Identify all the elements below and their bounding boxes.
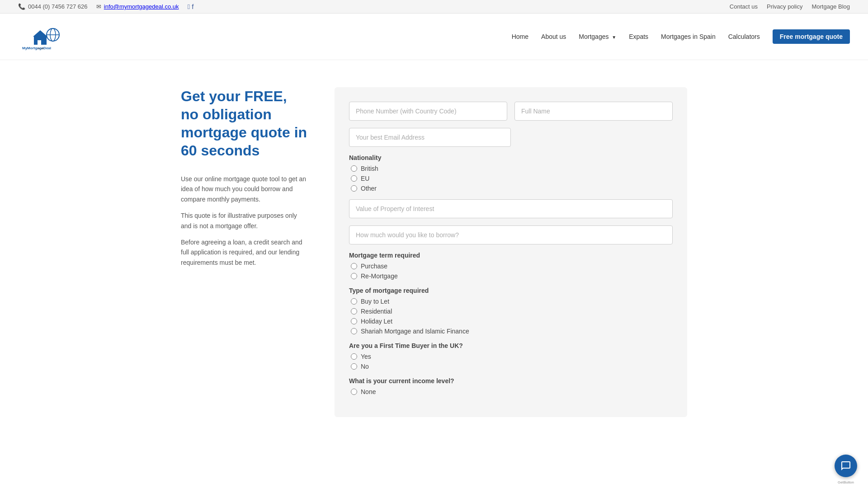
phone-number: 0044 (0) 7456 727 626 <box>28 3 88 10</box>
mortgage-term-label: Mortgage term required <box>349 252 673 259</box>
top-bar-right: Contact us Privacy policy Mortgage Blog <box>730 3 850 10</box>
property-value-input[interactable] <box>349 199 673 218</box>
form-row-1 <box>349 102 673 121</box>
term-remortgage[interactable]: Re-Mortgage <box>351 272 673 280</box>
income-radio-group: None <box>349 388 673 395</box>
mortgage-type-label: Type of mortgage required <box>349 287 673 294</box>
svg-text:.co.uk: .co.uk <box>37 47 44 50</box>
type-buy-to-let[interactable]: Buy to Let <box>351 298 673 305</box>
first-time-yes[interactable]: Yes <box>351 353 673 360</box>
main-nav: Home About us Mortgages ▼ Expats Mortgag… <box>512 29 850 44</box>
privacy-link[interactable]: Privacy policy <box>767 3 802 10</box>
nav-calculators[interactable]: Calculators <box>728 33 760 40</box>
borrow-amount-input[interactable] <box>349 225 673 244</box>
nav-free-quote[interactable]: Free mortgage quote <box>773 29 850 44</box>
income-group: What is your current income level? None <box>349 377 673 395</box>
header: MyMortgageDeal .co.uk Home About us Mort… <box>0 14 868 60</box>
nationality-british[interactable]: British <box>351 165 673 172</box>
type-shariah[interactable]: Shariah Mortgage and Islamic Finance <box>351 328 673 335</box>
type-residential-radio[interactable] <box>351 308 357 314</box>
email-input[interactable] <box>349 128 511 147</box>
mortgages-dropdown-arrow: ▼ <box>612 35 616 40</box>
main-content: Get your FREE, no obligation mortgage qu… <box>163 60 705 444</box>
logo[interactable]: MyMortgageDeal .co.uk <box>18 21 72 52</box>
type-holiday-let[interactable]: Holiday Let <box>351 318 673 325</box>
first-time-no[interactable]: No <box>351 363 673 370</box>
first-time-group: Are you a First Time Buyer in the UK? Ye… <box>349 342 673 370</box>
type-shariah-radio[interactable] <box>351 328 357 334</box>
nationality-british-radio[interactable] <box>351 165 357 172</box>
svg-marker-1 <box>33 30 47 37</box>
mortgage-term-group: Mortgage term required Purchase Re-Mortg… <box>349 252 673 280</box>
top-bar-left: 📞 0044 (0) 7456 727 626 ✉ info@mymortgag… <box>18 3 194 10</box>
term-remortgage-radio[interactable] <box>351 273 357 279</box>
form-panel: Nationality British EU Other <box>335 87 687 417</box>
term-purchase[interactable]: Purchase <box>351 263 673 270</box>
page-heading: Get your FREE, no obligation mortgage qu… <box>181 87 307 160</box>
nationality-radio-group: British EU Other <box>349 165 673 192</box>
first-time-radio-group: Yes No <box>349 353 673 370</box>
nationality-group: Nationality British EU Other <box>349 154 673 192</box>
left-panel: Get your FREE, no obligation mortgage qu… <box>181 87 307 417</box>
phone-icon: 📞 <box>18 3 25 10</box>
nav-expats[interactable]: Expats <box>629 33 648 40</box>
email-link[interactable]: info@mymortgagedeal.co.uk <box>104 3 179 10</box>
mortgage-type-group: Type of mortgage required Buy to Let Res… <box>349 287 673 335</box>
nationality-eu-radio[interactable] <box>351 175 357 182</box>
email-row <box>349 128 673 147</box>
mortgage-term-radio-group: Purchase Re-Mortgage <box>349 263 673 280</box>
income-none[interactable]: None <box>351 388 673 395</box>
phone-input[interactable] <box>349 102 507 121</box>
income-label: What is your current income level? <box>349 377 673 385</box>
blog-link[interactable]: Mortgage Blog <box>811 3 850 10</box>
mortgage-type-radio-group: Buy to Let Residential Holiday Let Shari… <box>349 298 673 335</box>
type-residential[interactable]: Residential <box>351 308 673 315</box>
svg-rect-3 <box>38 40 41 45</box>
logo-area: MyMortgageDeal .co.uk <box>18 21 72 52</box>
fullname-input[interactable] <box>514 102 673 121</box>
paragraph-1: Use our online mortgage quote tool to ge… <box>181 174 307 204</box>
type-holiday-let-radio[interactable] <box>351 318 357 324</box>
term-purchase-radio[interactable] <box>351 263 357 269</box>
nav-mortgages[interactable]: Mortgages ▼ <box>579 33 616 40</box>
nationality-other-radio[interactable] <box>351 185 357 192</box>
income-none-radio[interactable] <box>351 389 357 395</box>
contact-link[interactable]: Contact us <box>730 3 758 10</box>
paragraph-2: This quote is for illustrative purposes … <box>181 211 307 231</box>
top-bar: 📞 0044 (0) 7456 727 626 ✉ info@mymortgag… <box>0 0 868 14</box>
first-time-label: Are you a First Time Buyer in the UK? <box>349 342 673 349</box>
nationality-other[interactable]: Other <box>351 185 673 192</box>
email-icon: ✉ <box>96 3 101 10</box>
paragraph-3: Before agreeing a loan, a credit search … <box>181 237 307 267</box>
facebook-icon[interactable]:  f <box>188 3 194 10</box>
nav-about-us[interactable]: About us <box>541 33 566 40</box>
nationality-label: Nationality <box>349 154 673 161</box>
nationality-eu[interactable]: EU <box>351 175 673 182</box>
type-buy-to-let-radio[interactable] <box>351 298 357 305</box>
nav-home[interactable]: Home <box>512 33 528 40</box>
first-time-yes-radio[interactable] <box>351 353 357 360</box>
first-time-no-radio[interactable] <box>351 363 357 370</box>
nav-mortgages-spain[interactable]: Mortgages in Spain <box>661 33 716 40</box>
